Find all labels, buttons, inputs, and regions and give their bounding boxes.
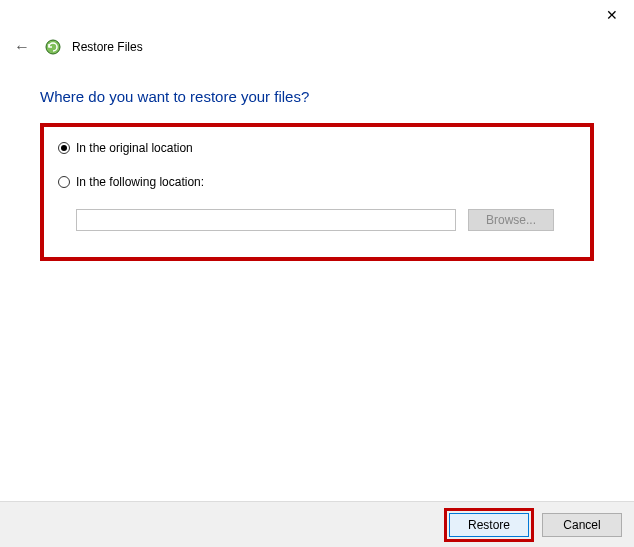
radio-icon <box>58 176 70 188</box>
restore-app-icon <box>44 38 62 56</box>
footer: Restore Cancel <box>0 501 634 547</box>
svg-point-0 <box>46 40 60 54</box>
radio-icon <box>58 142 70 154</box>
window-title: Restore Files <box>72 40 143 54</box>
content-area: Where do you want to restore your files?… <box>0 64 634 261</box>
close-icon[interactable]: ✕ <box>602 4 622 26</box>
cancel-button[interactable]: Cancel <box>542 513 622 537</box>
page-heading: Where do you want to restore your files? <box>40 88 594 105</box>
restore-button[interactable]: Restore <box>449 513 529 537</box>
radio-original-location[interactable]: In the original location <box>58 141 576 155</box>
radio-following-location[interactable]: In the following location: <box>58 175 576 189</box>
browse-button[interactable]: Browse... <box>468 209 554 231</box>
restore-path-input[interactable] <box>76 209 456 231</box>
back-arrow-icon[interactable]: ← <box>10 36 34 58</box>
path-row: Browse... <box>76 209 576 231</box>
header: ← Restore Files <box>0 30 634 64</box>
titlebar: ✕ <box>0 0 634 30</box>
options-highlight-box: In the original location In the followin… <box>40 123 594 261</box>
restore-highlight: Restore <box>444 508 534 542</box>
radio-label: In the original location <box>76 141 193 155</box>
radio-label: In the following location: <box>76 175 204 189</box>
